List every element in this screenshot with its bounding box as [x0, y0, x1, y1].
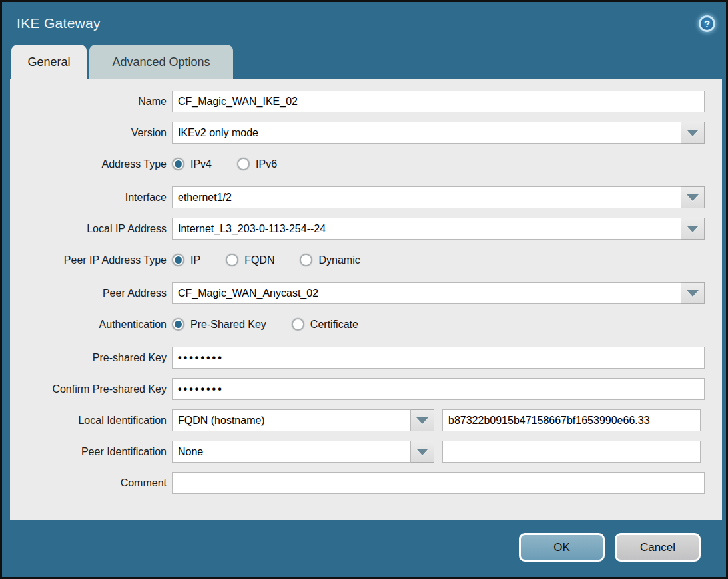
radio-peer-ip[interactable]	[172, 254, 184, 266]
radio-certificate[interactable]	[292, 318, 304, 331]
chevron-down-icon	[416, 449, 428, 455]
name-label: Name	[10, 96, 172, 108]
question-mark-glyph: ?	[704, 19, 710, 29]
radio-preshared-key[interactable]	[172, 318, 184, 331]
peer-address-row: Peer Address	[10, 282, 722, 304]
radio-peer-fqdn[interactable]	[226, 254, 238, 266]
local-ip-row: Local IP Address	[10, 218, 722, 240]
radio-dot	[175, 321, 182, 328]
radio-peer-fqdn-label[interactable]: FQDN	[244, 254, 274, 266]
dialog-footer: OK Cancel	[2, 520, 726, 562]
local-ip-input[interactable]	[172, 218, 681, 240]
comment-row: Comment	[10, 472, 722, 494]
tab-general[interactable]: General	[11, 45, 87, 79]
confirm-preshared-key-input[interactable]	[172, 378, 705, 400]
radio-ipv4[interactable]	[172, 158, 184, 170]
chevron-down-icon	[687, 130, 699, 136]
local-ip-dropdown-button[interactable]	[681, 218, 705, 240]
comment-label: Comment	[10, 477, 172, 489]
preshared-key-input[interactable]	[172, 347, 705, 369]
tab-bar: General Advanced Options	[2, 45, 726, 79]
chevron-down-icon	[416, 417, 428, 424]
ike-gateway-dialog: IKE Gateway ? General Advanced Options N…	[0, 0, 728, 579]
peer-identification-dropdown-button[interactable]	[411, 441, 434, 463]
interface-input[interactable]	[172, 186, 681, 208]
confirm-preshared-key-label: Confirm Pre-shared Key	[10, 383, 172, 395]
radio-peer-dynamic[interactable]	[300, 254, 312, 266]
peer-identification-type-input[interactable]	[172, 441, 411, 463]
peer-identification-value-input[interactable]	[442, 441, 701, 463]
radio-preshared-key-label[interactable]: Pre-Shared Key	[190, 319, 266, 331]
version-dropdown-button[interactable]	[681, 122, 705, 144]
peer-identification-label: Peer Identification	[10, 446, 172, 458]
peer-identification-row: Peer Identification	[10, 441, 722, 463]
version-row: Version	[10, 122, 722, 144]
peer-address-dropdown-button[interactable]	[681, 282, 705, 304]
cancel-button[interactable]: Cancel	[615, 533, 701, 562]
version-label: Version	[10, 127, 172, 139]
name-row: Name	[10, 91, 722, 112]
radio-ipv6-label[interactable]: IPv6	[256, 158, 277, 170]
local-identification-label: Local Identification	[10, 415, 172, 427]
local-identification-type-input[interactable]	[172, 409, 411, 431]
local-identification-row: Local Identification	[10, 409, 722, 431]
radio-ipv4-label[interactable]: IPv4	[190, 158, 212, 170]
local-identification-value-input[interactable]	[442, 409, 701, 431]
ok-button[interactable]: OK	[519, 533, 605, 562]
address-type-label: Address Type	[10, 158, 172, 170]
dialog-title: IKE Gateway	[17, 15, 101, 31]
authentication-row: Authentication Pre-Shared Key Certificat…	[10, 313, 722, 335]
general-tab-panel: Name Version Address Type IPv4 IPv6	[10, 79, 722, 520]
interface-label: Interface	[10, 192, 172, 204]
chevron-down-icon	[687, 194, 699, 201]
preshared-key-row: Pre-shared Key	[10, 347, 722, 369]
peer-address-label: Peer Address	[10, 288, 172, 299]
radio-dot	[175, 256, 182, 264]
radio-dot	[175, 160, 182, 168]
peer-ip-type-row: Peer IP Address Type IP FQDN Dynamic	[10, 249, 722, 271]
radio-peer-ip-label[interactable]: IP	[190, 254, 200, 266]
dialog-titlebar: IKE Gateway ?	[2, 2, 726, 45]
preshared-key-label: Pre-shared Key	[10, 352, 172, 364]
radio-certificate-label[interactable]: Certificate	[310, 319, 358, 331]
version-input[interactable]	[172, 122, 681, 144]
interface-row: Interface	[10, 186, 722, 208]
address-type-row: Address Type IPv4 IPv6	[10, 153, 722, 175]
interface-dropdown-button[interactable]	[681, 186, 705, 208]
confirm-preshared-key-row: Confirm Pre-shared Key	[10, 378, 722, 400]
peer-ip-type-label: Peer IP Address Type	[10, 254, 172, 266]
comment-input[interactable]	[172, 472, 705, 494]
radio-ipv6[interactable]	[237, 158, 250, 170]
tab-advanced-options[interactable]: Advanced Options	[89, 45, 233, 79]
local-identification-dropdown-button[interactable]	[411, 409, 434, 431]
authentication-label: Authentication	[10, 319, 172, 331]
peer-address-input[interactable]	[172, 282, 681, 304]
chevron-down-icon	[687, 226, 699, 232]
help-icon[interactable]: ?	[699, 15, 715, 32]
local-ip-label: Local IP Address	[10, 223, 172, 235]
name-input[interactable]	[172, 91, 705, 112]
chevron-down-icon	[687, 290, 699, 297]
radio-peer-dynamic-label[interactable]: Dynamic	[318, 254, 360, 266]
